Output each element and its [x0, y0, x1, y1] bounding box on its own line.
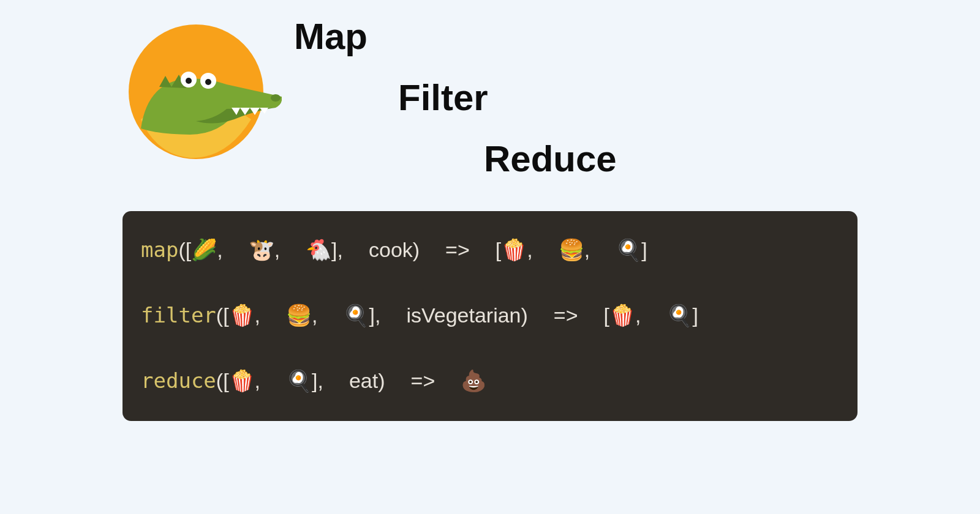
code-line-map: map([🌽, 🐮, 🐔], cook) => [🍿, 🍔, 🍳]	[141, 234, 839, 266]
code-fn-map: map	[141, 237, 178, 262]
alligator-logo	[123, 12, 276, 165]
code-rest-reduce: ([🍿, 🍳], eat) => 💩	[216, 368, 486, 393]
svg-point-4	[205, 79, 211, 85]
title-filter: Filter	[398, 80, 488, 116]
code-fn-reduce: reduce	[141, 368, 216, 393]
code-line-reduce: reduce([🍿, 🍳], eat) => 💩	[141, 365, 839, 397]
code-rest-map: ([🌽, 🐮, 🐔], cook) => [🍿, 🍔, 🍳]	[178, 237, 647, 262]
code-rest-filter: ([🍿, 🍔, 🍳], isVegetarian) => [🍿, 🍳]	[216, 303, 698, 327]
title-reduce: Reduce	[484, 141, 617, 177]
code-block: map([🌽, 🐮, 🐔], cook) => [🍿, 🍔, 🍳] filter…	[123, 211, 858, 421]
code-fn-filter: filter	[141, 303, 216, 327]
header: Map Filter Reduce	[123, 12, 294, 165]
code-line-filter: filter([🍿, 🍔, 🍳], isVegetarian) => [🍿, 🍳…	[141, 300, 839, 331]
svg-point-3	[186, 78, 192, 84]
title-map: Map	[294, 18, 368, 55]
svg-point-5	[271, 94, 281, 102]
